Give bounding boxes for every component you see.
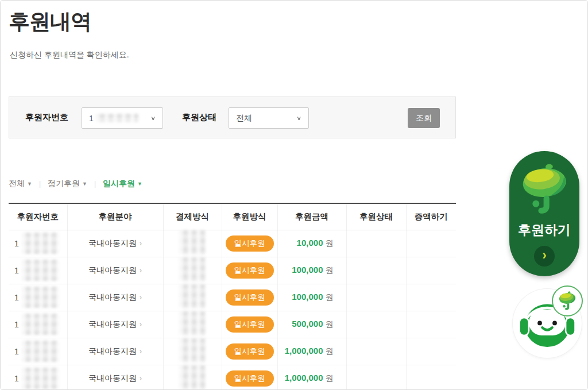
one-time-donation-badge: 일시후원 xyxy=(226,370,274,387)
cell-sponsor-no: 1 xyxy=(9,365,67,390)
donate-arrow-circle[interactable]: › xyxy=(534,246,555,267)
cell-sponsor-no: 1 xyxy=(9,284,67,311)
cell-amount: 500,000원 xyxy=(277,311,346,338)
cell-category[interactable]: 국내아동지원› xyxy=(67,257,163,284)
redacted-payment-method xyxy=(179,284,206,308)
sponsor-number-select[interactable]: 1 ∨ xyxy=(82,107,163,129)
status-value: 전체 xyxy=(236,113,252,123)
table-row: 1 국내아동지원› 일시후원 500,000원 xyxy=(9,311,456,338)
status-label: 후원상태 xyxy=(182,112,216,123)
donation-type-tabs: 전체 ▼ | 정기후원 ▼ | 일시후원 ▼ xyxy=(9,179,142,189)
one-time-donation-badge: 일시후원 xyxy=(226,289,274,306)
table-row: 1 국내아동지원› 일시후원 1,000,000원 xyxy=(9,365,456,390)
chevron-right-icon: › xyxy=(542,249,547,262)
one-time-donation-badge: 일시후원 xyxy=(226,262,274,279)
cell-amount: 10,000원 xyxy=(277,230,346,257)
cell-payment xyxy=(163,311,222,338)
chevron-right-icon: › xyxy=(140,294,142,302)
table-header-row: 후원자번호 후원분야 결제방식 후원방식 후원금액 후원상태 증액하기 xyxy=(9,203,456,230)
redacted-sponsor-number xyxy=(22,260,59,281)
speech-bubble xyxy=(552,285,583,316)
page-title: 후원내역 xyxy=(9,7,91,36)
chatbot-launcher[interactable] xyxy=(512,285,586,362)
cell-sponsor-no: 1 xyxy=(9,230,67,257)
sponsor-number-value: 1 xyxy=(89,114,94,123)
sponsor-number-label: 후원자번호 xyxy=(25,112,68,123)
cell-method: 일시후원 xyxy=(222,257,277,284)
cell-category[interactable]: 국내아동지원› xyxy=(67,311,163,338)
chevron-right-icon: › xyxy=(140,347,142,356)
cell-status xyxy=(346,257,406,284)
cell-method: 일시후원 xyxy=(222,311,277,338)
redacted-payment-method xyxy=(179,311,206,335)
cell-status xyxy=(346,284,406,311)
tab-regular-donation[interactable]: 정기후원 ▼ xyxy=(48,179,87,189)
cell-category[interactable]: 국내아동지원› xyxy=(67,338,163,365)
caret-down-icon: ▼ xyxy=(137,181,142,187)
cell-method: 일시후원 xyxy=(222,284,277,311)
cell-method: 일시후원 xyxy=(222,338,277,365)
redacted-payment-method xyxy=(179,230,206,254)
table-row: 1 국내아동지원› 일시후원 100,000원 xyxy=(9,284,456,311)
cell-increase xyxy=(406,230,456,257)
redacted-payment-method xyxy=(179,365,206,389)
redacted-sponsor-number xyxy=(22,341,59,362)
col-header-status: 후원상태 xyxy=(346,203,406,230)
cell-increase xyxy=(406,284,456,311)
cell-status xyxy=(346,365,406,390)
one-time-donation-badge: 일시후원 xyxy=(226,343,274,360)
caret-down-icon: ▼ xyxy=(82,181,87,187)
redacted-sponsor-number xyxy=(22,233,59,254)
tab-all[interactable]: 전체 ▼ xyxy=(9,179,32,189)
cell-payment xyxy=(163,365,222,390)
col-header-sponsor-no: 후원자번호 xyxy=(9,203,67,230)
cell-payment xyxy=(163,230,222,257)
cell-category[interactable]: 국내아동지원› xyxy=(67,365,163,390)
cell-status xyxy=(346,338,406,365)
table-row: 1 국내아동지원› 일시후원 1,000,000원 xyxy=(9,338,456,365)
cell-increase xyxy=(406,338,456,365)
col-header-amount: 후원금액 xyxy=(277,203,346,230)
cell-sponsor-no: 1 xyxy=(9,257,67,284)
table-row: 1 국내아동지원› 일시후원 100,000원 xyxy=(9,257,456,284)
chevron-right-icon: › xyxy=(140,267,142,275)
donate-floating-button[interactable]: 후원하기 › xyxy=(509,151,579,276)
redacted-payment-method xyxy=(179,257,206,281)
cell-amount: 100,000원 xyxy=(277,257,346,284)
status-select[interactable]: 전체 ∨ xyxy=(229,107,309,129)
cell-increase xyxy=(406,257,456,284)
cell-amount: 100,000원 xyxy=(277,284,346,311)
chevron-right-icon: › xyxy=(140,374,142,383)
search-button[interactable]: 조회 xyxy=(408,108,440,128)
cell-method: 일시후원 xyxy=(222,230,277,257)
redacted-sponsor-number xyxy=(96,114,138,122)
cell-category[interactable]: 국내아동지원› xyxy=(67,284,163,311)
tab-separator: | xyxy=(94,180,96,188)
redacted-sponsor-number xyxy=(22,368,59,389)
donate-label: 후원하기 xyxy=(518,221,571,239)
cell-amount: 1,000,000원 xyxy=(277,338,346,365)
table-row: 1 국내아동지원› 일시후원 10,000원 xyxy=(9,230,456,257)
cell-payment xyxy=(163,257,222,284)
one-time-donation-badge: 일시후원 xyxy=(226,235,274,252)
one-time-donation-badge: 일시후원 xyxy=(226,316,274,333)
tab-separator: | xyxy=(39,180,41,188)
chevron-right-icon: › xyxy=(140,240,142,248)
cell-sponsor-no: 1 xyxy=(9,311,67,338)
cell-payment xyxy=(163,338,222,365)
green-umbrella-logo-icon xyxy=(518,160,571,219)
col-header-payment: 결제방식 xyxy=(163,203,222,230)
donation-history-page: 후원내역 신청하신 후원내역을 확인하세요. 후원자번호 1 ∨ 후원상태 전체… xyxy=(0,0,588,390)
redacted-payment-method xyxy=(179,338,206,362)
tab-one-time-donation[interactable]: 일시후원 ▼ xyxy=(103,179,142,189)
cell-category[interactable]: 국내아동지원› xyxy=(67,230,163,257)
cell-status xyxy=(346,230,406,257)
donation-table: 후원자번호 후원분야 결제방식 후원방식 후원금액 후원상태 증액하기 1 국내… xyxy=(9,203,456,390)
cell-increase xyxy=(406,311,456,338)
redacted-sponsor-number xyxy=(22,287,59,308)
cell-payment xyxy=(163,284,222,311)
page-subtitle: 신청하신 후원내역을 확인하세요. xyxy=(10,50,129,60)
cell-method: 일시후원 xyxy=(222,365,277,390)
chevron-down-icon: ∨ xyxy=(150,115,156,121)
chevron-right-icon: › xyxy=(140,321,142,329)
